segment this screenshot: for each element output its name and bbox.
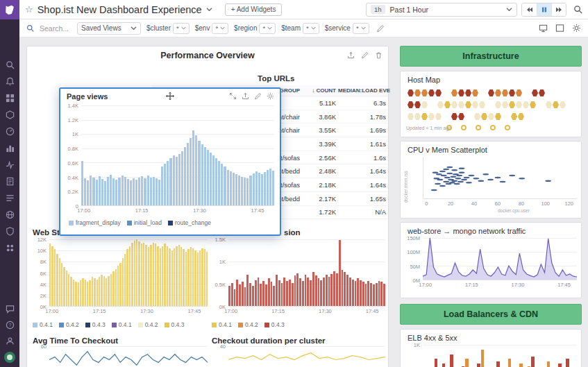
host-circle[interactable]: [505, 125, 510, 130]
nav-monitors-icon[interactable]: [5, 126, 15, 136]
global-search-icon[interactable]: [573, 5, 582, 14]
host-hexagon[interactable]: [495, 89, 501, 96]
favorite-star-icon[interactable]: ☆: [25, 5, 33, 14]
host-hexagon[interactable]: [408, 113, 414, 120]
legend-item[interactable]: 0.4.2: [238, 321, 258, 328]
host-hexagon[interactable]: [518, 113, 524, 120]
nav-integrations-icon[interactable]: [5, 243, 15, 253]
host-hexagon[interactable]: [509, 101, 515, 108]
host-hexagon[interactable]: [428, 113, 435, 120]
host-cluster[interactable]: [488, 89, 523, 96]
host-hexagon[interactable]: [523, 101, 529, 108]
host-hexagon[interactable]: [488, 113, 494, 120]
host-hexagon[interactable]: [414, 113, 421, 120]
host-circle[interactable]: [461, 125, 467, 130]
host-hexagon[interactable]: [553, 101, 559, 108]
scatterplot-chart[interactable]: 020406080100120: [406, 157, 577, 207]
host-cluster[interactable]: [474, 113, 502, 120]
help-icon[interactable]: ?: [5, 320, 15, 330]
var-value-dropdown[interactable]: *: [173, 23, 190, 34]
sessions-chart[interactable]: 1.5K1K0.5K0K17:0017:1517:3017:45: [212, 239, 385, 314]
host-cluster[interactable]: [408, 101, 428, 108]
host-hexagon[interactable]: [458, 89, 464, 96]
search-input[interactable]: Search...: [40, 24, 72, 33]
host-hexagon[interactable]: [472, 89, 478, 96]
host-hexagon[interactable]: [458, 101, 464, 108]
host-hexagon[interactable]: [481, 113, 487, 120]
host-map[interactable]: [408, 89, 577, 130]
legend-item[interactable]: initial_load: [127, 219, 162, 226]
host-hexagon[interactable]: [465, 89, 471, 96]
saved-views-dropdown[interactable]: Saved Views: [77, 22, 141, 35]
host-hexagon[interactable]: [472, 101, 478, 108]
load-balancers-group-header[interactable]: Load Balancers & CDN: [400, 304, 582, 325]
add-widgets-button[interactable]: + Add Widgets: [225, 3, 283, 16]
host-hexagon[interactable]: [488, 89, 494, 96]
host-hexagon[interactable]: [408, 89, 414, 96]
host-cluster[interactable]: [451, 89, 479, 96]
user-icon[interactable]: [5, 336, 15, 345]
nav-dashboards-icon[interactable]: [5, 93, 15, 103]
host-cluster[interactable]: [451, 113, 465, 120]
host-hexagon[interactable]: [428, 89, 435, 96]
host-hexagon[interactable]: [502, 101, 508, 108]
nav-search-icon[interactable]: [5, 60, 15, 69]
expand-icon[interactable]: [229, 92, 237, 100]
user-avatar[interactable]: [4, 352, 15, 363]
var-value-dropdown[interactable]: *: [303, 23, 319, 34]
trash-icon[interactable]: [375, 51, 383, 59]
time-range-picker[interactable]: 1h Past 1 Hour: [366, 3, 517, 17]
var-value-dropdown[interactable]: *: [353, 23, 369, 34]
host-hexagon[interactable]: [414, 101, 421, 108]
legend-item[interactable]: 0.4.3: [85, 321, 106, 328]
host-cluster[interactable]: [408, 89, 442, 96]
edit-pencil-icon[interactable]: [254, 92, 262, 100]
host-circle[interactable]: [490, 125, 496, 130]
nav-apm-icon[interactable]: [5, 160, 15, 169]
host-cluster[interactable]: [495, 101, 537, 108]
skip-forward-button[interactable]: [551, 3, 566, 16]
host-hexagon[interactable]: [437, 101, 444, 108]
host-hexagon[interactable]: [516, 101, 522, 108]
skip-back-button[interactable]: [522, 3, 537, 16]
host-hexagon[interactable]: [560, 101, 566, 108]
time-range-shortcut[interactable]: 1h: [371, 5, 385, 14]
move-crosshair-icon[interactable]: [166, 92, 175, 101]
host-hexagon[interactable]: [435, 89, 442, 96]
var-value-dropdown[interactable]: *: [259, 23, 276, 34]
title-chevron-icon[interactable]: [206, 6, 212, 12]
export-icon[interactable]: [347, 51, 355, 59]
nav-logs-icon[interactable]: [5, 193, 15, 203]
host-cluster[interactable]: [546, 101, 566, 108]
host-hexagon[interactable]: [421, 101, 428, 108]
legend-item[interactable]: 0.4.2: [138, 321, 158, 328]
host-hexagon[interactable]: [532, 89, 538, 96]
gear-icon[interactable]: [267, 92, 274, 100]
host-hexagon[interactable]: [421, 89, 428, 96]
legend-item[interactable]: route_change: [168, 219, 211, 226]
host-hexagon[interactable]: [458, 113, 464, 120]
legend-item[interactable]: 0.4.1: [112, 321, 132, 328]
datadog-logo[interactable]: [0, 0, 19, 19]
edit-pencil-icon[interactable]: [361, 51, 369, 59]
chat-icon[interactable]: [5, 304, 15, 314]
fullscreen-icon[interactable]: [555, 24, 564, 33]
host-hexagon[interactable]: [414, 89, 421, 96]
host-hexagon[interactable]: [451, 113, 457, 120]
var-value-dropdown[interactable]: *: [212, 23, 228, 34]
legend-item[interactable]: 0.4.1: [212, 321, 232, 328]
host-hexagon[interactable]: [516, 89, 522, 96]
host-hexagon[interactable]: [546, 101, 552, 108]
pause-button[interactable]: [537, 3, 551, 16]
host-hexagon[interactable]: [502, 89, 508, 96]
legend-item[interactable]: 0.4.2: [59, 321, 79, 328]
host-hexagon[interactable]: [451, 101, 457, 108]
host-hexagon[interactable]: [451, 89, 457, 96]
elb-errors-chart[interactable]: 1K5000: [406, 345, 577, 367]
mongo-traffic-chart[interactable]: 150M100M50M0M17:0017:1517:3017:45: [406, 238, 577, 288]
legend-item[interactable]: 0.4.3: [264, 321, 285, 328]
legend-item[interactable]: 0.4.3: [165, 321, 185, 328]
host-hexagon[interactable]: [495, 113, 501, 120]
presentation-icon[interactable]: [539, 24, 548, 33]
export-icon[interactable]: [242, 92, 249, 100]
